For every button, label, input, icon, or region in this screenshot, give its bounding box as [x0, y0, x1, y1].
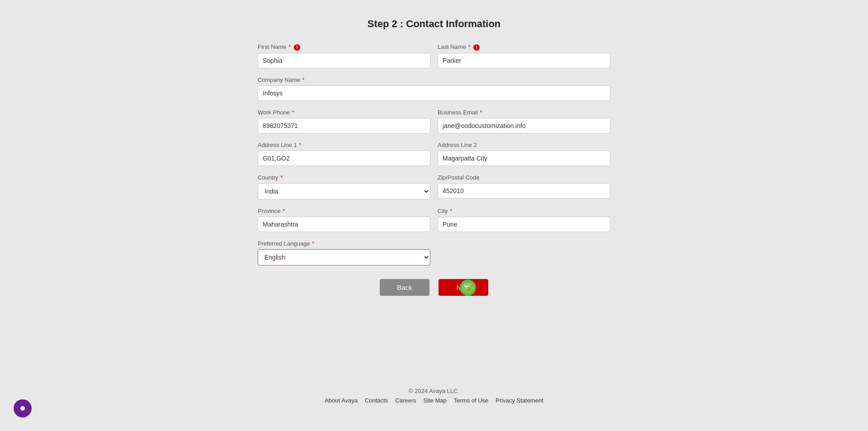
- work-phone-required: *: [292, 109, 294, 116]
- company-required: *: [302, 76, 305, 83]
- address-line1-required: *: [299, 142, 301, 148]
- business-email-group: Business Email *: [438, 109, 610, 133]
- address-line2-input[interactable]: [438, 151, 610, 166]
- address-row: Address Line 1 * Address Line 2: [258, 142, 610, 166]
- first-name-group: First Name * i: [258, 43, 430, 68]
- business-email-input[interactable]: [438, 118, 610, 133]
- country-zip-row: Country * India USA UK Zip/Postal Code: [258, 174, 610, 199]
- address-line1-input[interactable]: [258, 151, 430, 166]
- country-select[interactable]: India USA UK: [258, 183, 430, 199]
- zip-group: Zip/Postal Code: [438, 174, 610, 199]
- company-name-group: Company Name *: [258, 76, 610, 101]
- preferred-language-group: Preferred Language * English French Span…: [258, 240, 430, 265]
- country-label: Country *: [258, 174, 430, 181]
- province-group: Province *: [258, 208, 430, 232]
- zip-label: Zip/Postal Code: [438, 174, 610, 181]
- first-name-info-icon[interactable]: i: [294, 44, 300, 51]
- address-line2-label: Address Line 2: [438, 142, 610, 148]
- next-button[interactable]: Next 🍃: [439, 279, 488, 296]
- phone-email-row: Work Phone * Business Email *: [258, 109, 610, 133]
- last-name-required: *: [468, 43, 471, 50]
- work-phone-group: Work Phone *: [258, 109, 430, 133]
- footer-link-privacy[interactable]: Privacy Statement: [495, 397, 543, 404]
- company-name-input[interactable]: [258, 85, 610, 101]
- zip-input[interactable]: [438, 183, 610, 199]
- footer-link-site-map[interactable]: Site Map: [423, 397, 446, 404]
- country-required: *: [280, 174, 283, 181]
- address-line1-group: Address Line 1 *: [258, 142, 430, 166]
- city-input[interactable]: [438, 217, 610, 232]
- address-line1-label: Address Line 1 *: [258, 142, 430, 148]
- footer-links: About Avaya Contacts Careers Site Map Te…: [325, 397, 543, 404]
- footer-link-terms[interactable]: Terms of Use: [454, 397, 489, 404]
- address-line2-group: Address Line 2: [438, 142, 610, 166]
- preferred-language-label: Preferred Language *: [258, 240, 430, 247]
- work-phone-input[interactable]: [258, 118, 430, 133]
- first-name-label: First Name * i: [258, 43, 430, 51]
- city-group: City *: [438, 208, 610, 232]
- footer-link-careers[interactable]: Careers: [395, 397, 416, 404]
- country-group: Country * India USA UK: [258, 174, 430, 199]
- preferred-language-select[interactable]: English French Spanish German: [258, 249, 430, 265]
- city-label: City *: [438, 208, 610, 214]
- footer: © 2024 Avaya LLC. About Avaya Contacts C…: [325, 379, 543, 404]
- leaf-icon: 🍃: [461, 280, 475, 294]
- language-row: Preferred Language * English French Span…: [258, 240, 610, 265]
- form-container: Step 2 : Contact Information First Name …: [258, 18, 610, 314]
- business-email-label: Business Email *: [438, 109, 610, 116]
- company-row: Company Name *: [258, 76, 610, 101]
- province-city-row: Province * City *: [258, 208, 610, 232]
- preferred-language-required: *: [312, 240, 314, 247]
- back-button[interactable]: Back: [380, 279, 429, 296]
- province-required: *: [283, 208, 285, 214]
- footer-copyright: © 2024 Avaya LLC.: [325, 388, 543, 394]
- name-row: First Name * i Last Name * i: [258, 43, 610, 68]
- first-name-required: *: [288, 43, 291, 50]
- province-label: Province *: [258, 208, 430, 214]
- first-name-input[interactable]: [258, 53, 430, 68]
- business-email-required: *: [480, 109, 482, 116]
- city-required: *: [450, 208, 452, 214]
- footer-link-about-avaya[interactable]: About Avaya: [325, 397, 358, 404]
- page-wrapper: Step 2 : Contact Information First Name …: [0, 0, 868, 431]
- footer-link-contacts[interactable]: Contacts: [365, 397, 388, 404]
- next-button-icon-overlay: 🍃: [460, 279, 476, 296]
- chat-bubble-dot: [20, 406, 25, 411]
- company-name-label: Company Name *: [258, 76, 610, 83]
- last-name-label: Last Name * i: [438, 43, 610, 51]
- last-name-group: Last Name * i: [438, 43, 610, 68]
- work-phone-label: Work Phone *: [258, 109, 430, 116]
- page-title: Step 2 : Contact Information: [258, 18, 610, 30]
- buttons-row: Back Next 🍃: [258, 279, 610, 296]
- last-name-info-icon[interactable]: i: [473, 44, 480, 51]
- province-input[interactable]: [258, 217, 430, 232]
- last-name-input[interactable]: [438, 53, 610, 68]
- chat-bubble[interactable]: [14, 399, 32, 417]
